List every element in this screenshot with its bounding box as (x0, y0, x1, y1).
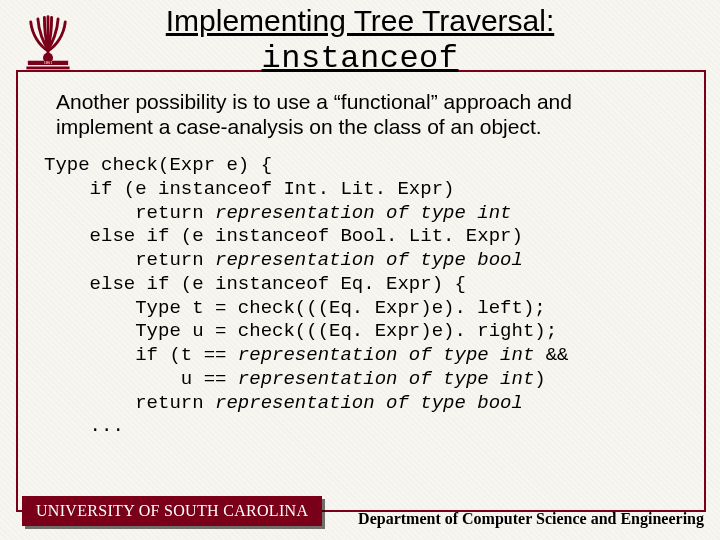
code-line: if (t == (44, 344, 238, 366)
code-italic: representation of type int (238, 368, 534, 390)
code-line: Type u = check(((Eq. Expr)e). right); (44, 320, 557, 342)
code-line: ... (44, 415, 124, 437)
code-italic: representation of type int (238, 344, 534, 366)
code-italic: representation of type bool (215, 249, 523, 271)
code-line: ) (534, 368, 545, 390)
slide-title-line2: instanceof (0, 40, 720, 77)
code-line: return (44, 249, 215, 271)
code-line: return (44, 202, 215, 224)
code-line: else if (e instanceof Eq. Expr) { (44, 273, 466, 295)
code-line: if (e instanceof Int. Lit. Expr) (44, 178, 454, 200)
code-line: Type check(Expr e) { (44, 154, 272, 176)
code-block: Type check(Expr e) { if (e instanceof In… (44, 154, 700, 439)
footer-department: Department of Computer Science and Engin… (358, 510, 704, 528)
slide-title-line1: Implementing Tree Traversal: (0, 4, 720, 38)
code-line: else if (e instanceof Bool. Lit. Expr) (44, 225, 523, 247)
code-italic: representation of type int (215, 202, 511, 224)
intro-paragraph: Another possibility is to use a “functio… (56, 90, 670, 140)
code-line: u == (44, 368, 238, 390)
code-italic: representation of type bool (215, 392, 523, 414)
code-line: return (44, 392, 215, 414)
footer-university: UNIVERSITY OF SOUTH CAROLINA (22, 496, 322, 526)
code-line: && (534, 344, 568, 366)
code-line: Type t = check(((Eq. Expr)e). left); (44, 297, 546, 319)
